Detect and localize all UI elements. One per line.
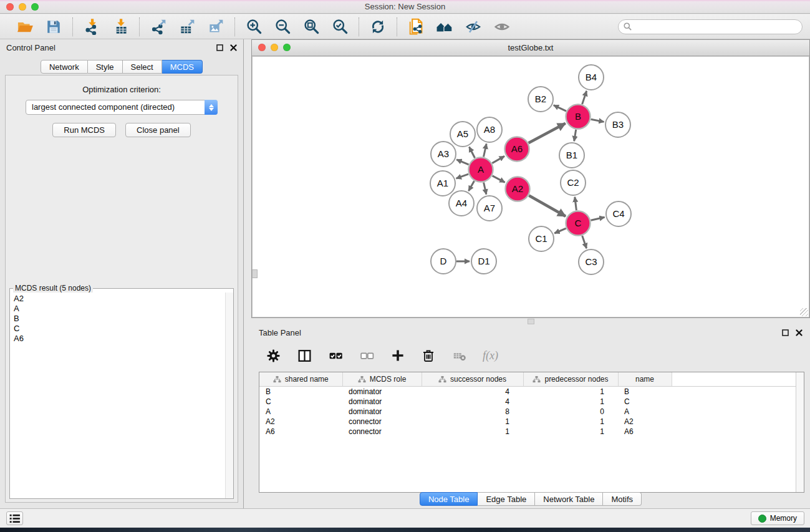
graph-node-C4[interactable]: C4 (606, 201, 631, 226)
graph-node-A3[interactable]: A3 (431, 142, 456, 167)
graph-edge-C-C3[interactable] (582, 236, 587, 248)
mcds-result-list[interactable]: A2ABCA6 (11, 294, 225, 498)
table-cell[interactable]: 4 (422, 387, 523, 397)
export-table-button[interactable] (178, 17, 196, 36)
tab-style[interactable]: Style (88, 60, 123, 74)
graph-node-A4[interactable]: A4 (449, 191, 474, 216)
network-canvas[interactable]: B4B2BB3A5A8A6A3B1AA1C2A2A4A7C4CC1C3DD1 (252, 56, 809, 317)
network-document-button[interactable] (407, 17, 425, 36)
close-window-button[interactable] (6, 3, 14, 11)
graph-edge-A-A5[interactable] (469, 147, 475, 158)
table-cell[interactable]: 1 (523, 397, 618, 407)
graph-node-A5[interactable]: A5 (450, 122, 475, 147)
graph-edge-A-A7[interactable] (484, 183, 486, 195)
graph-edge-A-A1[interactable] (456, 174, 469, 178)
optimization-criterion-select[interactable]: largest connected component (directed) (26, 100, 218, 115)
open-folder-button[interactable] (16, 17, 34, 36)
column-header-MCDS-role[interactable]: MCDS role (342, 372, 422, 387)
graph-edge-C-C4[interactable] (591, 217, 605, 220)
table-cell[interactable]: dominator (342, 387, 422, 397)
table-cell[interactable]: dominator (342, 407, 422, 417)
table-cell[interactable]: 1 (422, 417, 523, 427)
network-window-titlebar[interactable]: testGlobe.txt (252, 40, 809, 56)
home-button[interactable] (435, 17, 454, 36)
table-cell[interactable]: 8 (422, 407, 523, 417)
mcds-result-item[interactable]: B (11, 314, 225, 324)
tab-mcds[interactable]: MCDS (162, 60, 203, 74)
mcds-result-item[interactable]: A (11, 304, 225, 314)
table-cell[interactable]: 1 (523, 387, 618, 397)
table-scrollbar[interactable] (796, 372, 804, 492)
table-cell[interactable]: A (259, 407, 342, 417)
mcds-result-item[interactable]: A6 (11, 334, 225, 344)
graph-node-B1[interactable]: B1 (559, 143, 584, 168)
result-list-scrollbar[interactable] (225, 293, 233, 498)
split-table-button[interactable] (297, 348, 312, 364)
close-network-window-button[interactable] (258, 44, 266, 51)
table-cell[interactable]: 4 (422, 397, 523, 407)
graph-edge-A-A4[interactable] (469, 181, 475, 191)
graph-edge-C-C1[interactable] (554, 228, 566, 233)
table-cell[interactable]: A6 (618, 427, 672, 437)
table-row[interactable]: Cdominator41C (259, 397, 804, 407)
graph-edge-B-B2[interactable] (554, 105, 566, 111)
graph-edge-A6-B[interactable] (529, 123, 566, 143)
graph-node-A8[interactable]: A8 (477, 117, 502, 142)
resize-grip[interactable] (800, 308, 808, 316)
export-network-button[interactable] (149, 17, 168, 36)
column-header-name[interactable]: name (618, 372, 672, 387)
table-cell[interactable]: A2 (618, 417, 672, 427)
graph-node-A2[interactable]: A2 (506, 177, 530, 201)
zoom-window-button[interactable] (31, 3, 39, 11)
table-cell[interactable]: 1 (523, 417, 618, 427)
float-table-panel-button[interactable] (782, 329, 789, 336)
table-cell[interactable]: A (618, 407, 672, 417)
graph-edge-A2-C[interactable] (529, 195, 566, 216)
zoom-network-window-button[interactable] (283, 44, 291, 51)
mcds-result-item[interactable]: C (11, 324, 225, 334)
memory-button[interactable]: Memory (751, 511, 804, 525)
show-panels-button[interactable] (6, 511, 23, 525)
table-row[interactable]: A6connector11A6 (259, 427, 804, 437)
table-cell[interactable]: C (259, 397, 342, 407)
import-network-button[interactable] (82, 17, 101, 36)
graph-node-C[interactable]: C (566, 211, 591, 236)
table-row[interactable]: A2connector11A2 (259, 417, 804, 427)
mcds-result-item[interactable]: A2 (11, 294, 225, 304)
graph-edge-A-A3[interactable] (456, 160, 468, 165)
zoom-in-button[interactable] (244, 17, 263, 36)
export-image-button[interactable] (206, 17, 225, 36)
show-network-button[interactable] (493, 17, 511, 36)
graph-node-A6[interactable]: A6 (505, 137, 529, 162)
import-table-button[interactable] (111, 17, 130, 36)
graph-edge-A-A2[interactable] (493, 176, 505, 183)
close-panel-button[interactable] (230, 44, 237, 51)
graph-edge-B-B1[interactable] (574, 130, 576, 142)
table-cell[interactable]: C (618, 397, 672, 407)
hide-network-button[interactable] (464, 17, 483, 36)
zoom-out-button[interactable] (273, 17, 292, 36)
table-cell[interactable]: connector (342, 417, 422, 427)
table-cell[interactable]: 1 (422, 427, 523, 437)
table-cell[interactable]: 1 (523, 427, 618, 437)
graph-edge-A-A6[interactable] (492, 156, 504, 163)
settings-gear-button[interactable] (266, 348, 281, 364)
column-header-shared-name[interactable]: shared name (259, 372, 342, 387)
graph-node-A1[interactable]: A1 (430, 171, 455, 196)
split-pane-divider-handle[interactable] (528, 319, 534, 324)
refresh-button[interactable] (369, 17, 387, 36)
table-cell[interactable]: A2 (259, 417, 342, 427)
add-column-button[interactable] (390, 348, 405, 363)
zoom-selected-button[interactable] (330, 17, 349, 36)
table-cell[interactable]: dominator (342, 397, 422, 407)
delete-column-button[interactable] (421, 348, 436, 363)
graph-node-B2[interactable]: B2 (528, 87, 553, 112)
graph-node-C1[interactable]: C1 (529, 226, 554, 251)
float-panel-button[interactable] (216, 44, 223, 51)
table-tab-motifs[interactable]: Motifs (603, 492, 642, 506)
table-tab-node-table[interactable]: Node Table (420, 492, 478, 506)
column-header-successor-nodes[interactable]: successor nodes (422, 372, 523, 387)
table-tab-network-table[interactable]: Network Table (535, 492, 603, 506)
graph-node-B4[interactable]: B4 (579, 65, 604, 90)
graph-edge-A-A8[interactable] (484, 144, 487, 157)
